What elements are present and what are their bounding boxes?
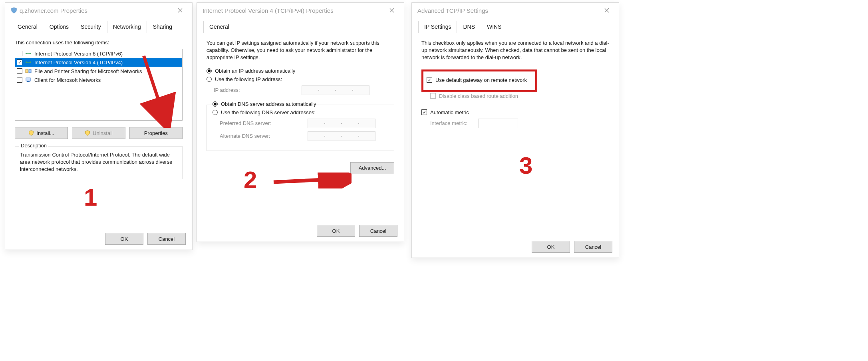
alternate-dns-field <box>308 131 375 141</box>
close-icon[interactable] <box>384 4 400 16</box>
shield-icon <box>28 130 34 136</box>
shield-icon <box>85 130 90 136</box>
properties-button[interactable]: Properties <box>129 127 183 139</box>
connection-properties-dialog: q.zhovner.com Properties GeneralOptionsS… <box>5 2 193 250</box>
ok-button[interactable]: OK <box>317 225 355 237</box>
ip-address-label: IP address: <box>214 87 302 93</box>
cancel-button[interactable]: Cancel <box>574 241 612 253</box>
radio-dns-manual[interactable]: Use the following DNS server addresses: <box>213 109 388 115</box>
interface-metric-field <box>478 119 518 128</box>
connection-items-label: This connection uses the following items… <box>15 40 183 46</box>
annotation-number-1: 1 <box>84 184 97 211</box>
radio-ip-manual[interactable]: Use the following IP address: <box>207 76 394 82</box>
tab-ip-settings[interactable]: IP Settings <box>418 21 457 33</box>
annotation-number-3: 3 <box>519 152 532 179</box>
alternate-dns-label: Alternate DNS server: <box>220 133 308 139</box>
checkbox-auto-metric[interactable]: Automatic metric <box>421 109 609 115</box>
ipv4-intro-text: You can get IP settings assigned automat… <box>207 40 394 61</box>
list-item[interactable]: Client for Microsoft Networks <box>15 75 182 84</box>
client-icon <box>25 77 32 83</box>
radio-icon <box>207 77 212 82</box>
dlg1-titlebar[interactable]: q.zhovner.com Properties <box>5 3 192 18</box>
dlg2-title: Internet Protocol Version 4 (TCP/IPv4) P… <box>203 7 334 14</box>
checkbox-icon[interactable] <box>17 77 22 83</box>
ipv4-properties-dialog: Internet Protocol Version 4 (TCP/IPv4) P… <box>197 2 404 242</box>
install-button[interactable]: Install... <box>15 127 68 139</box>
dlg3-titlebar[interactable]: Advanced TCP/IP Settings <box>412 3 619 18</box>
tab-general[interactable]: General <box>203 21 235 33</box>
ok-button[interactable]: OK <box>105 233 143 245</box>
close-icon[interactable] <box>172 4 188 16</box>
checkbox-icon <box>421 109 427 115</box>
shield-icon <box>11 7 17 14</box>
list-item-label: Client for Microsoft Networks <box>34 77 101 83</box>
annotation-number-2: 2 <box>244 166 257 194</box>
tab-security[interactable]: Security <box>75 21 107 33</box>
list-item-label: Internet Protocol Version 4 (TCP/IPv4) <box>34 60 123 65</box>
list-item[interactable]: Internet Protocol Version 6 (TCP/IPv6) <box>15 49 182 58</box>
annotation-highlight-box: Use default gateway on remote network <box>421 69 537 92</box>
radio-ip-auto[interactable]: Obtain an IP address automatically <box>207 68 394 74</box>
checkbox-icon <box>430 93 436 99</box>
checkbox-icon <box>427 77 432 83</box>
dlg1-title: q.zhovner.com Properties <box>20 7 87 14</box>
interface-metric-label: Interface metric: <box>430 120 478 126</box>
cancel-button[interactable]: Cancel <box>359 225 397 237</box>
radio-icon <box>207 68 212 73</box>
svg-rect-7 <box>27 81 30 82</box>
preferred-dns-field <box>308 119 375 128</box>
description-group: Description Transmission Control Protoco… <box>15 146 183 179</box>
advanced-button[interactable]: Advanced... <box>350 162 394 174</box>
dlg3-tabbar: IP SettingsDNSWINS <box>412 20 619 33</box>
advanced-tcpip-dialog: Advanced TCP/IP Settings IP SettingsDNSW… <box>411 2 619 258</box>
proto-icon <box>25 60 32 65</box>
dlg3-title: Advanced TCP/IP Settings <box>417 7 488 14</box>
dlg1-tabbar: GeneralOptionsSecurityNetworkingSharing <box>5 20 192 33</box>
description-text: Transmission Control Protocol/Internet P… <box>20 151 177 173</box>
tab-dns[interactable]: DNS <box>457 21 481 33</box>
svg-rect-5 <box>29 69 31 73</box>
checkbox-class-route: Disable class based route addition <box>421 93 609 99</box>
list-item[interactable]: Internet Protocol Version 4 (TCP/IPv4) <box>15 58 182 67</box>
list-item[interactable]: File and Printer Sharing for Microsoft N… <box>15 67 182 75</box>
radio-icon <box>213 101 218 107</box>
proto-icon <box>25 51 32 56</box>
checkbox-default-gateway[interactable]: Use default gateway on remote network <box>427 77 532 83</box>
uninstall-button[interactable]: Uninstall <box>72 127 125 139</box>
radio-icon <box>213 110 218 115</box>
checkbox-icon[interactable] <box>17 51 22 56</box>
tab-general[interactable]: General <box>12 21 44 33</box>
tab-wins[interactable]: WINS <box>481 21 508 33</box>
dlg2-titlebar[interactable]: Internet Protocol Version 4 (TCP/IPv4) P… <box>197 3 404 18</box>
cancel-button[interactable]: Cancel <box>147 233 186 245</box>
checkbox-icon[interactable] <box>17 68 22 74</box>
dlg2-tabbar: General <box>197 20 404 33</box>
svg-rect-4 <box>26 69 28 73</box>
ok-button[interactable]: OK <box>532 241 570 253</box>
description-legend: Description <box>19 143 48 149</box>
ip-address-field <box>302 85 369 95</box>
close-icon[interactable] <box>599 4 615 16</box>
list-item-label: File and Printer Sharing for Microsoft N… <box>34 68 142 74</box>
preferred-dns-label: Preferred DNS server: <box>220 120 308 126</box>
tab-networking[interactable]: Networking <box>107 21 147 33</box>
radio-dns-auto[interactable]: Obtain DNS server address automatically <box>213 101 388 107</box>
svg-rect-6 <box>26 78 31 81</box>
list-item-label: Internet Protocol Version 6 (TCP/IPv6) <box>34 51 123 57</box>
tab-options[interactable]: Options <box>44 21 75 33</box>
tab-sharing[interactable]: Sharing <box>147 21 178 33</box>
share-icon <box>25 68 32 74</box>
advanced-intro-text: This checkbox only applies when you are … <box>421 40 609 61</box>
connection-items-list[interactable]: Internet Protocol Version 6 (TCP/IPv6)In… <box>15 49 183 121</box>
checkbox-icon[interactable] <box>17 60 22 65</box>
